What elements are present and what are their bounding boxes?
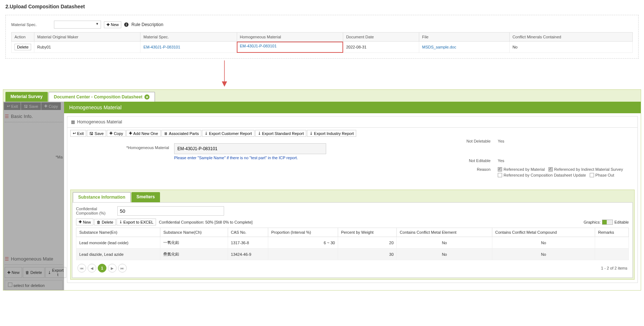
ref-composition-checkbox[interactable] — [498, 173, 502, 177]
pager-next[interactable]: ▶ — [108, 264, 117, 272]
col-en: Substance Name(En) — [76, 228, 160, 237]
not-editable-label: Not Editable — [454, 158, 498, 163]
hm-input[interactable] — [174, 143, 326, 154]
tab-substance-info[interactable]: Substance Information — [73, 192, 131, 202]
not-editable-value: Yes — [498, 158, 504, 163]
lower-panel: Meterial Survey Document Center - Compos… — [3, 89, 641, 291]
ref-indirect-checkbox[interactable] — [548, 167, 553, 172]
material-spec-label: Material Spec. — [11, 22, 51, 27]
tab-document-center[interactable]: Document Center - Composition Datasheet … — [49, 92, 155, 102]
copy-button[interactable]: ✚ Copy — [107, 130, 126, 137]
col-pct: Percent by Weight — [338, 228, 397, 237]
reason-label: Reason — [454, 167, 498, 179]
new-button[interactable]: ✚New — [104, 21, 121, 28]
phase-out-label: Phase Out — [595, 173, 614, 177]
upload-panel: Material Spec. ✚New i Rule Description A… — [5, 15, 639, 59]
col-rem: Remarks — [595, 228, 629, 237]
homogeneous-material-link[interactable]: EM-430J1-P-083101 — [240, 44, 277, 48]
pager-first[interactable]: ⏮ — [77, 264, 86, 272]
export-industry-button[interactable]: ⤓ Export Industry Report — [307, 130, 356, 137]
associated-parts-button[interactable]: 🗎 Associated Parts — [161, 130, 202, 137]
rule-description-link[interactable]: Rule Description — [131, 22, 163, 27]
confidential-input[interactable] — [117, 206, 224, 216]
close-icon[interactable]: ✕ — [144, 94, 150, 100]
material-spec-dropdown[interactable] — [54, 21, 101, 29]
not-deletable-value: Yes — [498, 139, 504, 143]
col-spec: Material Spec. — [140, 33, 237, 42]
upload-grid: Action Material Original Maker Material … — [11, 32, 633, 53]
hm-header: Homogeneous Material — [64, 102, 641, 113]
pager-last[interactable]: ⏭ — [118, 264, 127, 272]
ref-composition-label: Referenced by Composition Datasheet Upda… — [504, 173, 586, 177]
delete-button[interactable]: Delete — [14, 44, 31, 50]
substance-grid: Substance Name(En) Substance Name(Ch) CA… — [76, 228, 629, 260]
export-customer-button[interactable]: ⤓ Export Customer Report — [202, 130, 254, 137]
info-icon: i — [124, 22, 129, 27]
col-date: Document Date — [343, 33, 419, 42]
exit-button[interactable]: ↩ Exit — [70, 130, 86, 137]
grid-icon: ▦ — [71, 119, 75, 124]
sub-delete-button[interactable]: 🗑 Delete — [94, 219, 116, 225]
sub-export-button[interactable]: ⤓ Export to EXCEL — [117, 219, 156, 225]
table-row[interactable]: Lead monoxide (lead oxide)一氧化鉛1317-36-86… — [76, 237, 629, 249]
confidential-label: Confidential Composition (%) — [76, 207, 112, 215]
col-cas: CAS No. — [228, 228, 268, 237]
add-new-button[interactable]: ✚ Add New One — [126, 130, 160, 137]
export-standard-button[interactable]: ⤓ Export Standard Report — [255, 130, 307, 137]
col-conflict: Conflict Minerals Contained — [509, 33, 632, 42]
background-panel: ↩ Exit 🖫 Save ✚ Copy ☰ Basic Info. *Ma ☰… — [3, 102, 64, 290]
cell-maker: Ruby01 — [34, 42, 140, 53]
graphics-label: Graphics: — [584, 220, 601, 224]
col-file: File — [419, 33, 510, 42]
editable-label: Editable — [614, 220, 629, 224]
cell-conflict: No — [509, 42, 632, 53]
ref-material-label: Referenced by Material — [504, 167, 545, 172]
hm-field-label: *Homogeneous Material — [75, 143, 174, 150]
col-action: Action — [12, 33, 34, 42]
col-prop: Proportion (Interval %) — [268, 228, 338, 237]
sub-new-button[interactable]: ✚ New — [76, 219, 93, 225]
col-elem: Contains Conflict Metal Element — [397, 228, 492, 237]
col-ch: Substance Name(Ch) — [160, 228, 228, 237]
card-title: Homogeneous Material — [77, 119, 122, 124]
ref-material-checkbox[interactable] — [498, 167, 502, 172]
pager-page-1[interactable]: 1 — [98, 264, 106, 272]
ref-indirect-label: Referenced by Indirect Material Survey — [554, 167, 623, 172]
col-hm: Homogeneous Material — [237, 33, 343, 42]
material-spec-link[interactable]: EM-430J1-P-083101 — [143, 45, 180, 49]
pager-prev[interactable]: ◀ — [88, 264, 96, 272]
graphics-toggle[interactable] — [602, 220, 613, 225]
phase-out-checkbox[interactable] — [590, 173, 594, 177]
col-comp: Contains Conflict Metal Compound — [492, 228, 595, 237]
section-title: 2.Upload Composition Datasheet — [0, 0, 644, 13]
not-deletable-label: Not Deletable — [454, 139, 498, 143]
cell-date: 2022-08-31 — [343, 42, 419, 53]
hm-hint: Please enter "Sample Name" if there is n… — [174, 156, 326, 160]
annotation-arrow — [0, 64, 644, 89]
file-link[interactable]: MSDS_sample.doc — [422, 45, 456, 49]
pager-info: 1 - 2 of 2 items — [601, 266, 627, 270]
table-row: Delete Ruby01 EM-430J1-P-083101 EM-430J1… — [12, 42, 633, 53]
tab-material-survey[interactable]: Meterial Survey — [5, 92, 48, 102]
table-row[interactable]: Lead diazide, Lead azide疊氮化鉛13424-46-930… — [76, 249, 629, 260]
main-column: Homogeneous Material ▦ Homogeneous Mater… — [64, 102, 641, 290]
save-button[interactable]: 🖫 Save — [87, 130, 106, 137]
tab-smelters[interactable]: Smelters — [131, 192, 160, 202]
composition-status: Confidential Composition: 50% [Still 0% … — [159, 220, 253, 224]
col-maker: Material Original Maker — [34, 33, 140, 42]
